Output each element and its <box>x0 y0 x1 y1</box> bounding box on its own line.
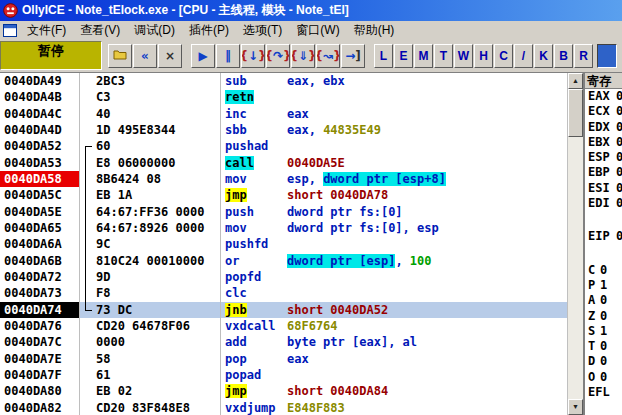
cpu-window-icon[interactable] <box>3 24 17 37</box>
references-window-button[interactable]: R <box>574 44 593 68</box>
disasm-row[interactable]: 0040DA7473 DCjnbshort 0040DA52 <box>0 302 567 318</box>
disasm-row[interactable]: 0040DA4D1D 495E8344sbbeax, 44835E49 <box>0 122 567 138</box>
disasm-row[interactable]: 0040DA6B810C24 00010000ordword ptr [esp]… <box>0 253 567 269</box>
app-icon[interactable] <box>3 3 18 18</box>
scroll-down-icon[interactable]: ▼ <box>568 399 583 415</box>
register-row[interactable]: EIP0 <box>585 229 622 244</box>
jump-gutter <box>80 73 93 89</box>
register-row[interactable]: P1 <box>585 278 622 293</box>
disasm-row[interactable]: 0040DA6A9Cpushfd <box>0 236 567 252</box>
log-window-button[interactable]: L <box>374 44 393 68</box>
address-cell: 0040DA52 <box>0 138 80 154</box>
hex-bytes-cell: C3 <box>93 89 221 105</box>
disasm-row[interactable]: 0040DA729Dpopfd <box>0 269 567 285</box>
scrollbar-thumb[interactable] <box>568 89 583 137</box>
jump-gutter <box>80 122 93 138</box>
register-row[interactable]: S1 <box>585 324 622 339</box>
hex-bytes-cell: 73 DC <box>93 302 221 318</box>
register-row[interactable]: EDX0 <box>585 120 622 135</box>
threads-window-button[interactable]: T <box>434 44 453 68</box>
register-value: 0 <box>600 370 607 385</box>
handles-window-button[interactable]: H <box>474 44 493 68</box>
patches-window-button[interactable]: / <box>514 44 533 68</box>
register-name: ECX <box>588 104 616 119</box>
windows-window-button[interactable]: W <box>454 44 473 68</box>
disasm-row[interactable]: 0040DA588B6424 08movesp, dword ptr [esp+… <box>0 171 567 187</box>
modules-window-button[interactable]: E <box>394 44 413 68</box>
mnemonic-field: add <box>225 334 287 350</box>
address-cell: 0040DA72 <box>0 269 80 285</box>
disasm-row[interactable]: 0040DA7C0000addbyte ptr [eax], al <box>0 334 567 350</box>
register-row[interactable]: EAX0 <box>585 89 622 104</box>
register-row[interactable]: D0 <box>585 354 622 369</box>
disasm-row[interactable]: 0040DA82CD20 83F848E8vxdjumpE848F883 <box>0 400 567 415</box>
jump-gutter <box>80 138 93 154</box>
disasm-row[interactable]: 0040DA7F61popad <box>0 367 567 383</box>
hex-bytes-cell: 1D 495E8344 <box>93 122 221 138</box>
register-row[interactable]: EBP0 <box>585 165 622 180</box>
register-row[interactable]: ESP0 <box>585 150 622 165</box>
open-file-button[interactable] <box>108 44 132 68</box>
register-row[interactable]: EFL <box>585 385 622 400</box>
until-return-button[interactable]: →] <box>341 44 365 68</box>
instruction-cell: pushdword ptr fs:[0] <box>221 204 567 220</box>
register-name: T <box>588 339 600 354</box>
disasm-row[interactable]: 0040DA6564:67:8926 0000movdword ptr fs:[… <box>0 220 567 236</box>
register-row[interactable]: Z0 <box>585 309 622 324</box>
register-row[interactable]: ECX0 <box>585 104 622 119</box>
register-value: 1 <box>600 324 607 339</box>
menu-item-view[interactable]: 查看(V) <box>73 21 127 40</box>
address-cell: 0040DA82 <box>0 400 80 415</box>
menu-item-options[interactable]: 选项(T) <box>236 21 289 40</box>
register-row[interactable]: O0 <box>585 370 622 385</box>
instruction-cell: jmpshort 0040DA78 <box>221 187 567 203</box>
register-value: 0 <box>616 196 622 211</box>
disasm-row[interactable]: 0040DA5CEB 1Ajmpshort 0040DA78 <box>0 187 567 203</box>
active-tool-button[interactable] <box>597 44 617 68</box>
address-cell: 0040DA7F <box>0 367 80 383</box>
instruction-token: jmp <box>225 188 247 202</box>
disasm-row[interactable]: 0040DA80EB 02jmpshort 0040DA84 <box>0 383 567 399</box>
trace-over-button[interactable]: {↝} <box>316 44 340 68</box>
hex-bytes-cell: EB 1A <box>93 187 221 203</box>
menu-item-plugins[interactable]: 插件(P) <box>182 21 236 40</box>
register-row[interactable]: EBX0 <box>585 135 622 150</box>
menu-item-debug[interactable]: 调试(D) <box>127 21 182 40</box>
menu-item-window[interactable]: 窗口(W) <box>289 21 346 40</box>
disasm-row[interactable]: 0040DA5260pushad <box>0 138 567 154</box>
register-row[interactable]: EDI0 <box>585 196 622 211</box>
run-button[interactable]: ▶ <box>191 44 215 68</box>
breakpoints-window-button[interactable]: B <box>554 44 573 68</box>
instruction-token: 0040DA5E <box>287 156 345 170</box>
call-stack-window-button[interactable]: K <box>534 44 553 68</box>
menu-item-file[interactable]: 文件(F) <box>20 21 73 40</box>
jump-gutter <box>80 383 93 399</box>
disasm-row[interactable]: 0040DA4BC3retn <box>0 89 567 105</box>
step-over-button[interactable]: {↷} <box>266 44 290 68</box>
disasm-row[interactable]: 0040DA76CD20 64678F06vxdcall68F6764 <box>0 318 567 334</box>
disasm-row[interactable]: 0040DA53E8 06000000call0040DA5E <box>0 155 567 171</box>
restart-button[interactable]: « <box>133 44 157 68</box>
disasm-row[interactable]: 0040DA4C40inceax <box>0 106 567 122</box>
disasm-row[interactable]: 0040DA5E64:67:FF36 0000pushdword ptr fs:… <box>0 204 567 220</box>
close-button[interactable]: × <box>158 44 182 68</box>
step-into-button[interactable]: {↓} <box>241 44 265 68</box>
trace-into-button[interactable]: {⇓} <box>291 44 315 68</box>
register-row[interactable]: A0 <box>585 293 622 308</box>
mnemonic-field: popfd <box>225 269 287 285</box>
disasm-row[interactable]: 0040DA492BC3subeax, ebx <box>0 73 567 89</box>
hex-bytes-cell: 8B6424 08 <box>93 171 221 187</box>
register-row[interactable]: T0 <box>585 339 622 354</box>
register-row[interactable]: C0 <box>585 263 622 278</box>
register-row[interactable]: ESI0 <box>585 181 622 196</box>
memory-window-button[interactable]: M <box>414 44 433 68</box>
pause-button[interactable]: ‖ <box>216 44 240 68</box>
scroll-up-icon[interactable]: ▲ <box>568 73 583 89</box>
instruction-token: sub <box>225 74 247 88</box>
menu-item-help[interactable]: 帮助(H) <box>347 21 402 40</box>
disasm-scrollbar[interactable]: ▲ ▼ <box>567 73 583 415</box>
disasm-row[interactable]: 0040DA73F8clc <box>0 285 567 301</box>
cpu-window-button[interactable]: C <box>494 44 513 68</box>
mnemonic-field: retn <box>225 89 287 105</box>
disasm-row[interactable]: 0040DA7E58popeax <box>0 351 567 367</box>
